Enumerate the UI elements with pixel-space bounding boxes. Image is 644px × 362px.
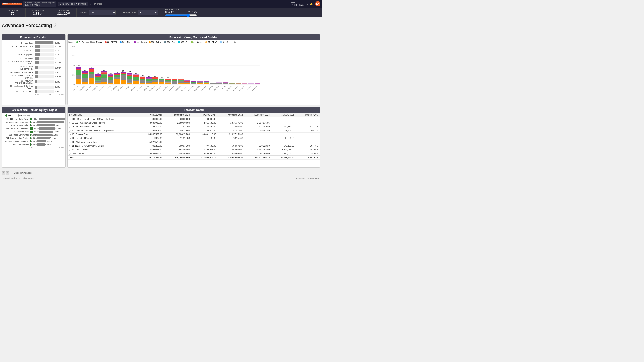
project-selector[interactable]: Procore Analytics Demo Company Select a … bbox=[23, 1, 56, 7]
division-bar bbox=[35, 66, 38, 69]
value-cell: 74,242,013. bbox=[296, 156, 320, 160]
bar-segment bbox=[120, 80, 126, 84]
tab-item[interactable]: Advanced Forecasting bbox=[12, 176, 51, 177]
remaining-value: 0.13bn bbox=[52, 134, 58, 136]
tab-next-btn[interactable]: › bbox=[6, 171, 9, 175]
bar-segment bbox=[95, 76, 100, 77]
bar-segment bbox=[197, 81, 203, 82]
tab-item[interactable]: Budget Changes bbox=[12, 170, 51, 176]
forecast-detail-header: Forecast Detail bbox=[68, 107, 320, 113]
apps-name: Procore Finan... bbox=[290, 4, 304, 6]
value-cell: 124,961.00 bbox=[218, 125, 244, 129]
expand-icon[interactable]: ▷ bbox=[69, 133, 71, 136]
remaining-bar bbox=[38, 118, 66, 120]
budget-code-select[interactable]: All bbox=[138, 10, 158, 15]
terms-link[interactable]: Terms of Service bbox=[2, 177, 17, 179]
project-row: 268 - Oasis Communities 0.00bn 0.13bn bbox=[4, 134, 64, 136]
bar-segment bbox=[108, 74, 113, 75]
legend-forecast: Forecast bbox=[5, 114, 16, 117]
expand-icon[interactable]: ▷ bbox=[69, 141, 71, 143]
forecast-label: Forecast bbox=[32, 9, 44, 12]
table-row: ▷Orion Center3,494,065.003,494,065.003,4… bbox=[68, 152, 320, 156]
division-bar bbox=[35, 53, 40, 56]
procore-logo: PROCORE | ANALYTICS bbox=[2, 2, 22, 5]
bar-segment bbox=[127, 83, 132, 84]
legend-co: 005 - Co... bbox=[178, 41, 190, 43]
expand-icon[interactable]: ▷ bbox=[69, 118, 71, 120]
remaining-bar bbox=[39, 131, 54, 133]
info-icon[interactable]: ⓘ bbox=[54, 23, 57, 28]
bar-segment bbox=[210, 83, 216, 83]
forecast-detail-table-wrap[interactable]: Project NameAugust 2024September 2024Oct… bbox=[68, 113, 320, 160]
value-cell: 3,494,065.00 bbox=[244, 152, 271, 156]
bar-segment bbox=[184, 81, 190, 82]
forecast-value: 0.02bn bbox=[33, 127, 38, 130]
budget-code-filter[interactable]: Budget Code All bbox=[119, 8, 162, 17]
value-cell: 11,106.00 bbox=[192, 136, 218, 140]
bar-segment bbox=[76, 75, 81, 79]
expand-icon[interactable]: ▷ bbox=[69, 122, 71, 124]
expand-icon[interactable]: ▷ bbox=[69, 129, 71, 132]
division-bar-wrap bbox=[35, 49, 54, 52]
bar-segment bbox=[152, 82, 158, 84]
table-header: Project NameAugust 2024September 2024Oct… bbox=[68, 113, 320, 117]
y-axis-label: 80M bbox=[72, 45, 75, 47]
y-axis-label: 40M bbox=[72, 64, 75, 66]
notification-icon[interactable]: 🔔 bbox=[310, 3, 313, 5]
x-axis-label: 2025 May bbox=[130, 85, 136, 91]
bar-segment bbox=[191, 81, 196, 82]
value-cell: 32,897,251.89 bbox=[218, 133, 244, 136]
project-cell: ▷11 - Industrial Project bbox=[68, 136, 137, 140]
project-panel: Forecast and Remaining by Project Foreca… bbox=[2, 107, 66, 168]
value-cell bbox=[244, 133, 271, 136]
project-filter[interactable]: Project All bbox=[77, 8, 119, 17]
expand-icon[interactable]: ▷ bbox=[69, 145, 71, 147]
x-axis-label: 2025 August bbox=[148, 85, 156, 91]
bar-segment bbox=[204, 81, 209, 81]
apps-selector[interactable]: Apps Procore Finan... bbox=[290, 2, 304, 6]
x-axis-label: 2024 August bbox=[72, 85, 79, 91]
project-name: 268 - Oasis Communities bbox=[4, 134, 29, 136]
project-panel-header: Forecast and Remaining by Project bbox=[2, 107, 66, 113]
bar-segment bbox=[248, 84, 254, 84]
value-cell bbox=[244, 136, 271, 140]
project-row: Procore Renewable 0.00bn 0.07bn bbox=[4, 143, 64, 146]
expand-icon[interactable]: ▷ bbox=[69, 149, 71, 151]
privacy-link[interactable]: Privacy Policy bbox=[22, 177, 34, 179]
bar-chart-svg: 0M20M40M60M80M7M2024 August9M2024 Septem… bbox=[68, 44, 260, 91]
x-axis-label: 2026 April bbox=[201, 85, 207, 91]
bar-segment bbox=[197, 81, 203, 81]
x-axis-label: 2025 January bbox=[103, 85, 111, 91]
table-column-header: November 2024 bbox=[218, 113, 244, 117]
expand-icon[interactable]: ▷ bbox=[69, 152, 71, 155]
value-cell: 3,089,982.00 bbox=[137, 121, 164, 125]
bar-segment bbox=[191, 82, 196, 83]
legend-more-icon[interactable]: ▶ bbox=[234, 41, 236, 43]
date-range-slider[interactable] bbox=[165, 14, 197, 17]
user-avatar[interactable]: LK bbox=[315, 1, 320, 6]
tab-prev-btn[interactable]: ‹ bbox=[2, 171, 5, 175]
project-filter-select[interactable]: All bbox=[89, 10, 116, 15]
value-cell: 3,494,065.00 bbox=[244, 148, 271, 152]
expand-icon[interactable]: ▷ bbox=[69, 137, 71, 139]
company-tools-nav[interactable]: Company Tools ▼ Portfolio bbox=[58, 2, 88, 6]
legend-funding: 0 - Funding bbox=[76, 41, 89, 43]
value-cell: 230,059,849.91 bbox=[218, 156, 244, 160]
bar-segment bbox=[146, 83, 152, 84]
bar-label: 9M bbox=[84, 69, 86, 71]
value-cell: 3,494,065.00 bbox=[137, 148, 164, 152]
value-cell bbox=[244, 117, 271, 121]
division-row: 3 - Hard Costs 0.39bn bbox=[4, 41, 64, 44]
projects-value: 72 bbox=[11, 12, 15, 16]
forecast-value: 1.85bn bbox=[33, 12, 44, 16]
bar-segment bbox=[229, 83, 235, 84]
favorites-nav[interactable]: ★ Favorites bbox=[90, 2, 102, 5]
project-cell: ▷1 - Overlook Hospital - East Wing Expan… bbox=[68, 129, 137, 133]
help-icon[interactable]: ? bbox=[307, 3, 308, 5]
forecast-bar bbox=[30, 134, 31, 136]
division-label: 99 - GC Cost Codes bbox=[4, 90, 34, 93]
bar-segment bbox=[82, 78, 88, 82]
expand-icon[interactable]: ▷ bbox=[69, 126, 71, 128]
bar-segment bbox=[152, 79, 158, 80]
main-grid: Advanced Forecasting ⓘ Forecast by Divis… bbox=[0, 17, 322, 169]
